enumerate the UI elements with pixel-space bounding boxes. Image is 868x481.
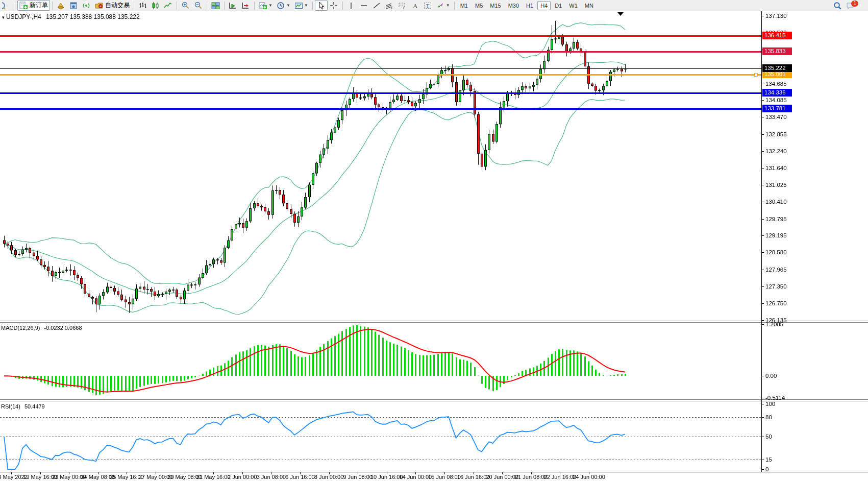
price-tick-label: 127.350 — [765, 283, 801, 290]
timeframe-button-h1[interactable]: H1 — [523, 1, 536, 10]
dropdown-caret-icon[interactable]: ▼ — [286, 3, 290, 8]
cursor-tool-button[interactable] — [315, 0, 328, 11]
toolbar-separator — [52, 2, 53, 10]
periods-menu-button[interactable]: ▼ — [275, 0, 292, 11]
chart-shift-button[interactable] — [239, 0, 252, 11]
timeframe-button-m30[interactable]: M30 — [505, 1, 522, 10]
auto-trading-button-label: 自动交易 — [105, 1, 130, 10]
text-icon: A — [411, 2, 419, 10]
partial-chart-icon — [2, 2, 11, 10]
svg-text:F: F — [403, 6, 405, 10]
notification-badge: 1 — [851, 1, 858, 7]
zoom-out-button[interactable] — [192, 0, 205, 11]
chart-shift-icon — [241, 2, 250, 10]
vertical-line-tool-button[interactable] — [345, 0, 358, 11]
clipped-toolbar-icon[interactable] — [0, 0, 13, 11]
data-window-icon[interactable] — [67, 0, 80, 11]
time-axis-label: 31 May 16:00 — [196, 474, 231, 480]
svg-text:T: T — [426, 3, 429, 9]
line-chart-button[interactable] — [162, 0, 175, 11]
zoom-in-button[interactable] — [179, 0, 192, 11]
text-tool-button[interactable]: A — [409, 0, 421, 11]
search-button[interactable] — [831, 0, 844, 11]
price-tick-label: 128.580 — [765, 249, 801, 256]
collapse-arrow-icon[interactable]: ▾ — [2, 15, 5, 20]
auto-trading-button[interactable]: 自动交易 — [93, 0, 132, 11]
dropdown-caret-icon[interactable]: ▼ — [268, 3, 272, 8]
bar-chart-button[interactable] — [136, 0, 149, 11]
notifications-button[interactable]: 1 — [844, 0, 864, 11]
toolbar-separator — [312, 2, 313, 10]
toolbar-separator — [134, 2, 134, 10]
signals-icon[interactable] — [80, 0, 93, 11]
line-chart-icon — [164, 2, 172, 10]
text-label-icon: T — [424, 2, 432, 10]
timeframe-button-m1[interactable]: M1 — [457, 1, 471, 10]
time-axis-label: 20 Jun 00:00 — [486, 474, 518, 480]
cursor-icon — [317, 2, 326, 10]
price-tick-label: 133.470 — [765, 113, 801, 121]
zoom-in-icon — [181, 2, 190, 10]
market-watch-icon[interactable] — [55, 0, 67, 11]
text-label-tool-button[interactable]: T — [421, 0, 434, 11]
time-axis-label: 9 Jun 08:00 — [343, 474, 373, 480]
horizontal-line-tool-button[interactable] — [358, 0, 370, 11]
candlestick-chart-button[interactable] — [149, 0, 162, 11]
time-axis-label: 21 Jun 08:00 — [515, 474, 548, 480]
indicators-menu-button[interactable]: ▼ — [257, 0, 275, 11]
templates-menu-button[interactable]: ▼ — [292, 0, 310, 11]
rsi-axis-label: 80 — [765, 414, 801, 421]
rsi-axis-label: 50 — [765, 433, 801, 440]
timeframe-button-h4[interactable]: H4 — [537, 1, 551, 10]
chart-symbol-period: USDJPY-,H4 — [6, 13, 41, 20]
chart-canvas[interactable] — [0, 0, 868, 481]
hline-icon — [360, 2, 368, 10]
svg-text:E: E — [391, 6, 393, 10]
market-watch-icon — [57, 2, 65, 10]
bid-price-tag: 135.222 — [762, 64, 792, 72]
time-axis-label: 24 Jun 00:00 — [573, 474, 605, 480]
price-tick-label: 130.410 — [765, 198, 801, 205]
shapes-icon — [436, 2, 445, 10]
dropdown-caret-icon[interactable]: ▼ — [446, 3, 450, 8]
timeframe-button-m15[interactable]: M15 — [487, 1, 504, 10]
candle-chart-icon — [151, 2, 160, 10]
equidistant-channel-tool-button[interactable]: F — [396, 0, 409, 11]
tile-windows-button[interactable] — [209, 0, 222, 11]
trendline-tool-button[interactable] — [370, 0, 383, 11]
time-axis-label: 22 Jun 16:00 — [544, 474, 577, 480]
dropdown-caret-icon[interactable]: ▼ — [304, 3, 308, 8]
auto-scroll-icon — [229, 2, 237, 10]
toolbar-right-group: 1 — [831, 0, 864, 11]
auto-trading-icon — [95, 2, 104, 10]
toolbar-separator — [342, 2, 343, 10]
toolbar-separator — [254, 2, 255, 10]
time-axis-label: 16 Jun 16:00 — [457, 474, 490, 480]
time-axis-label: 8 Jun 00:00 — [314, 474, 344, 480]
price-tick-label: 134.685 — [765, 80, 801, 87]
rsi-axis-label: 100 — [765, 400, 801, 407]
price-tick-label: 131.640 — [765, 164, 801, 172]
auto-scroll-button[interactable] — [227, 0, 239, 11]
vline-icon — [347, 2, 356, 10]
chart-ohlc-values: 135.207 135.388 135.088 135.222 — [46, 13, 140, 20]
time-axis-label: 14 Jun 00:00 — [400, 474, 432, 480]
zoom-out-icon — [194, 2, 203, 10]
macd-axis-label: 1.2085 — [765, 321, 801, 328]
timeframe-button-m5[interactable]: M5 — [472, 1, 486, 10]
crosshair-tool-button[interactable] — [328, 0, 340, 11]
rsi-axis-label: 0 — [765, 466, 801, 473]
new-order-button[interactable]: 新订单 — [17, 0, 50, 11]
channel-icon: F — [398, 2, 407, 10]
price-tick-label: 132.855 — [765, 131, 801, 138]
macd-indicator-label: MACD(12,26,9) -0.0232 0.0668 — [1, 325, 82, 331]
rsi-indicator-label: RSI(14) 50.4479 — [1, 403, 45, 410]
macd-name: MACD(12,26,9) — [1, 325, 40, 331]
fibonacci-tool-button[interactable]: E — [383, 0, 396, 11]
new-order-button-label: 新订单 — [30, 1, 48, 10]
toolbar-separator — [207, 2, 207, 10]
timeframe-button-d1[interactable]: D1 — [552, 1, 565, 10]
arrows-tool-button[interactable]: ▼ — [434, 0, 452, 11]
timeframe-button-w1[interactable]: W1 — [566, 1, 581, 10]
timeframe-button-mn[interactable]: MN — [582, 1, 597, 10]
